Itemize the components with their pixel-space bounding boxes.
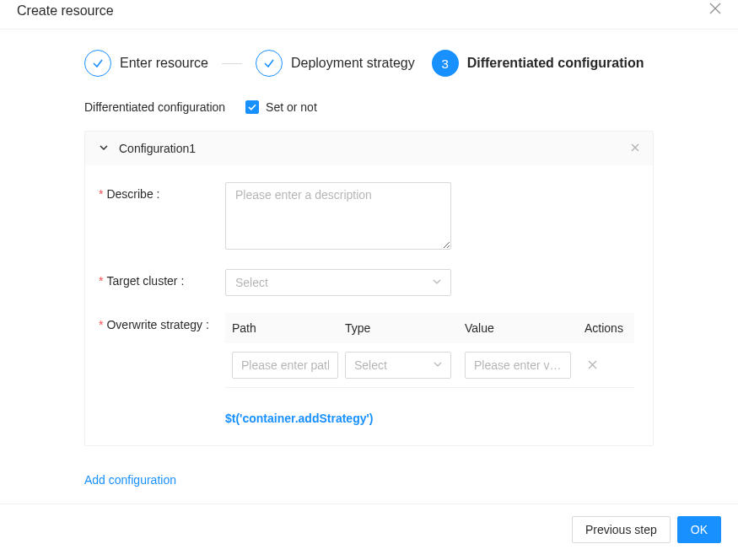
- overwrite-strategy-label: *Overwrite strategy :: [99, 313, 225, 331]
- target-cluster-select[interactable]: Select: [225, 269, 451, 296]
- describe-label: *Describe :: [99, 182, 225, 201]
- steps: Enter resource Deployment strategy 3 Dif…: [84, 50, 654, 77]
- step-enter-resource[interactable]: Enter resource: [84, 50, 208, 77]
- diff-config-row: Differentiated configuration Set or not: [84, 100, 654, 114]
- modal-title: Create resource: [17, 3, 114, 19]
- checkbox-label: Set or not: [266, 100, 317, 114]
- configuration-panel: Configuration1 *Describe : *Target clust…: [84, 131, 654, 446]
- form-row-describe: *Describe :: [99, 182, 639, 252]
- check-icon: [256, 50, 283, 77]
- checkbox-checked-icon[interactable]: [245, 100, 259, 114]
- step-label: Deployment strategy: [291, 56, 415, 71]
- overwrite-strategy-table: Path Type Value Actions Select: [225, 313, 634, 388]
- panel-title: Configuration1: [119, 142, 196, 155]
- table-header: Path Type Value Actions: [225, 313, 634, 343]
- close-icon[interactable]: [709, 3, 721, 17]
- panel-close-icon[interactable]: [631, 143, 639, 154]
- form-row-target-cluster: *Target cluster : Select: [99, 269, 639, 296]
- modal-footer: Previous step OK: [0, 503, 738, 555]
- step-differentiated-configuration[interactable]: 3 Differentiated configuration: [432, 50, 644, 77]
- col-header-type: Type: [345, 321, 465, 335]
- step-number: 3: [432, 50, 459, 77]
- target-cluster-label: *Target cluster :: [99, 269, 225, 288]
- type-select[interactable]: Select: [345, 352, 451, 379]
- chevron-down-icon: [434, 359, 442, 371]
- chevron-down-icon: [99, 142, 109, 155]
- step-deployment-strategy[interactable]: Deployment strategy: [256, 50, 415, 77]
- modal-header: Create resource: [0, 0, 738, 30]
- describe-textarea[interactable]: [225, 182, 451, 250]
- form-row-overwrite-strategy: *Overwrite strategy : Path Type Value Ac…: [99, 313, 639, 425]
- path-input[interactable]: [232, 352, 338, 379]
- chevron-down-icon: [433, 277, 441, 288]
- set-or-not-checkbox-wrap[interactable]: Set or not: [245, 100, 317, 114]
- select-placeholder: Select: [354, 358, 387, 372]
- diff-config-label: Differentiated configuration: [84, 100, 225, 114]
- step-label: Enter resource: [120, 56, 208, 71]
- panel-header[interactable]: Configuration1: [85, 132, 653, 165]
- check-icon: [84, 50, 111, 77]
- panel-body: *Describe : *Target cluster : Select: [85, 165, 653, 445]
- ok-button[interactable]: OK: [677, 516, 721, 543]
- step-divider: [222, 63, 242, 64]
- table-row: Select: [225, 343, 634, 388]
- col-header-path: Path: [225, 321, 345, 335]
- add-strategy-link[interactable]: $t('container.addStrategy'): [225, 412, 639, 425]
- row-delete-icon[interactable]: [584, 359, 597, 372]
- col-header-actions: Actions: [584, 321, 634, 335]
- value-input[interactable]: [465, 352, 571, 379]
- previous-step-button[interactable]: Previous step: [572, 516, 671, 543]
- step-label: Differentiated configuration: [467, 56, 644, 71]
- col-header-value: Value: [465, 321, 584, 335]
- modal-body: Enter resource Deployment strategy 3 Dif…: [0, 30, 738, 503]
- add-configuration-link[interactable]: Add configuration: [84, 473, 654, 487]
- select-placeholder: Select: [235, 276, 268, 289]
